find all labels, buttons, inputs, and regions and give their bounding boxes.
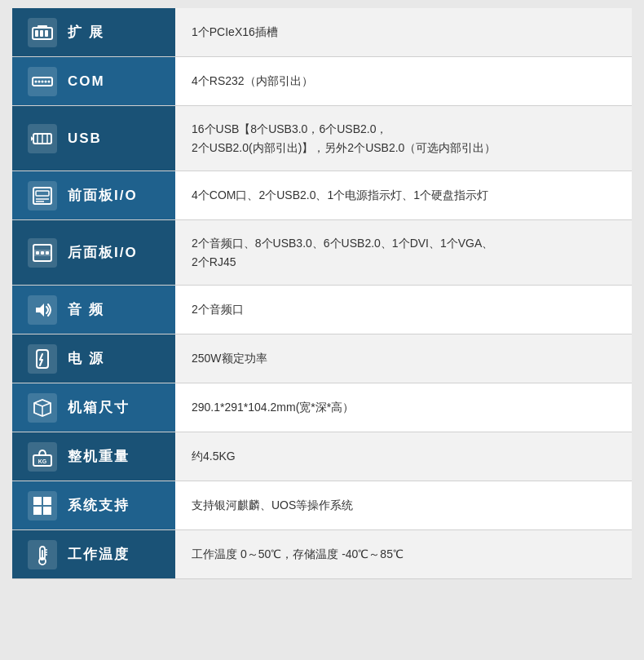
svg-rect-3: [45, 30, 48, 37]
icon-area-chassis: [25, 393, 60, 423]
value-text-temp: 工作温度 0～50℃，存储温度 -40℃～85℃: [192, 545, 404, 563]
svg-rect-28: [33, 497, 42, 505]
audio-icon: [28, 295, 57, 325]
label-cell-os: 系统支持: [12, 481, 175, 529]
spec-table: 扩 展 1个PCIeX16插槽 COM 4个RS232（内部引出）: [12, 8, 632, 579]
label-text-chassis: 机箱尺寸: [68, 398, 130, 417]
label-text-os: 系统支持: [68, 496, 130, 515]
label-cell-temp: 工作温度: [12, 530, 175, 578]
value-cell-weight: 约4.5KG: [175, 432, 632, 481]
label-cell-usb: USB: [12, 106, 175, 171]
svg-point-6: [35, 80, 37, 82]
spec-row-rear-io: 后面板I/O 2个音频口、8个USB3.0、6个USB2.0、1个DVI、1个V…: [12, 220, 632, 286]
spec-row-com: COM 4个RS232（内部引出）: [12, 57, 632, 106]
icon-area-temp: [25, 540, 60, 569]
com-icon: [28, 67, 57, 96]
svg-rect-4: [37, 25, 47, 29]
value-text-front-io: 4个COM口、2个USB2.0、1个电源指示灯、1个硬盘指示灯: [192, 186, 488, 204]
spec-row-weight: KG 整机重量 约4.5KG: [12, 432, 632, 481]
icon-area-front-io: [25, 181, 60, 210]
expansion-icon: [28, 18, 57, 47]
temperature-icon: [28, 540, 57, 569]
value-cell-front-io: 4个COM口、2个USB2.0、1个电源指示灯、1个硬盘指示灯: [175, 171, 632, 219]
spec-row-audio: 音 频 2个音频口: [12, 286, 632, 334]
value-text-chassis: 290.1*291*104.2mm(宽*深*高）: [192, 398, 354, 416]
value-text-usb: 16个USB【8个USB3.0，6个USB2.0，2个USB2.0(内部引出)】…: [192, 120, 496, 157]
value-text-rear-io: 2个音频口、8个USB3.0、6个USB2.0、1个DVI、1个VGA、2个RJ…: [192, 234, 493, 271]
svg-rect-22: [41, 251, 44, 255]
svg-rect-2: [40, 30, 43, 37]
value-text-weight: 约4.5KG: [192, 447, 236, 465]
svg-rect-1: [35, 30, 38, 37]
icon-area-usb: [25, 124, 60, 153]
label-text-temp: 工作温度: [68, 545, 130, 564]
label-text-com: COM: [68, 73, 105, 90]
os-icon: [28, 491, 57, 520]
value-cell-audio: 2个音频口: [175, 286, 632, 334]
value-cell-usb: 16个USB【8个USB3.0，6个USB2.0，2个USB2.0(内部引出)】…: [175, 106, 632, 171]
icon-area-rear-io: [25, 238, 60, 268]
spec-row-expansion: 扩 展 1个PCIeX16插槽: [12, 8, 632, 57]
value-cell-temp: 工作温度 0～50℃，存储温度 -40℃～85℃: [175, 530, 632, 578]
value-text-audio: 2个音频口: [192, 300, 244, 318]
value-text-com: 4个RS232（内部引出）: [192, 72, 313, 90]
label-cell-power: 电 源: [12, 334, 175, 383]
front-panel-icon: [28, 181, 57, 210]
svg-rect-23: [46, 251, 49, 255]
label-text-rear-io: 后面板I/O: [68, 243, 138, 262]
label-cell-expansion: 扩 展: [12, 8, 175, 56]
icon-area-com: [25, 67, 60, 96]
svg-rect-16: [36, 191, 49, 196]
icon-area-power: [25, 344, 60, 374]
rear-panel-icon: [28, 238, 57, 268]
label-text-power: 电 源: [68, 349, 104, 368]
value-cell-rear-io: 2个音频口、8个USB3.0、6个USB2.0、1个DVI、1个VGA、2个RJ…: [175, 220, 632, 285]
label-cell-com: COM: [12, 57, 175, 105]
value-cell-com: 4个RS232（内部引出）: [175, 57, 632, 105]
value-text-expansion: 1个PCIeX16插槽: [192, 23, 278, 41]
value-cell-chassis: 290.1*291*104.2mm(宽*深*高）: [175, 383, 632, 432]
spec-row-chassis: 机箱尺寸 290.1*291*104.2mm(宽*深*高）: [12, 383, 632, 432]
icon-area-os: [25, 491, 60, 520]
weight-icon: KG: [28, 442, 57, 472]
label-text-expansion: 扩 展: [68, 23, 104, 42]
label-cell-audio: 音 频: [12, 286, 175, 334]
chassis-icon: [28, 393, 57, 423]
label-text-usb: USB: [68, 131, 102, 147]
svg-rect-34: [42, 550, 43, 560]
svg-point-7: [38, 80, 41, 82]
label-text-front-io: 前面板I/O: [68, 186, 138, 205]
svg-text:KG: KG: [38, 458, 47, 464]
label-cell-front-io: 前面板I/O: [12, 171, 175, 219]
spec-row-front-io: 前面板I/O 4个COM口、2个USB2.0、1个电源指示灯、1个硬盘指示灯: [12, 171, 632, 220]
svg-rect-31: [43, 507, 51, 515]
icon-area-expansion: [25, 18, 60, 47]
svg-point-8: [42, 80, 44, 82]
label-cell-weight: KG 整机重量: [12, 432, 175, 481]
svg-rect-29: [43, 497, 51, 505]
svg-point-10: [48, 80, 51, 82]
value-text-os: 支持银河麒麟、UOS等操作系统: [192, 496, 353, 514]
value-cell-expansion: 1个PCIeX16插槽: [175, 8, 632, 56]
spec-row-power: 电 源 250W额定功率: [12, 334, 632, 383]
spec-row-usb: USB 16个USB【8个USB3.0，6个USB2.0，2个USB2.0(内部…: [12, 106, 632, 171]
usb-icon: [28, 124, 57, 153]
value-cell-power: 250W额定功率: [175, 334, 632, 383]
label-cell-rear-io: 后面板I/O: [12, 220, 175, 285]
svg-point-9: [45, 80, 47, 82]
icon-area-audio: [25, 295, 60, 325]
svg-rect-30: [33, 507, 42, 515]
power-icon: [28, 344, 57, 374]
value-cell-os: 支持银河麒麟、UOS等操作系统: [175, 481, 632, 529]
svg-rect-21: [36, 251, 39, 255]
spec-row-temp: 工作温度 工作温度 0～50℃，存储温度 -40℃～85℃: [12, 530, 632, 579]
label-cell-chassis: 机箱尺寸: [12, 383, 175, 432]
value-text-power: 250W额定功率: [192, 349, 267, 367]
label-text-audio: 音 频: [68, 300, 104, 319]
icon-area-weight: KG: [25, 442, 60, 472]
label-text-weight: 整机重量: [68, 447, 130, 466]
spec-row-os: 系统支持 支持银河麒麟、UOS等操作系统: [12, 481, 632, 530]
